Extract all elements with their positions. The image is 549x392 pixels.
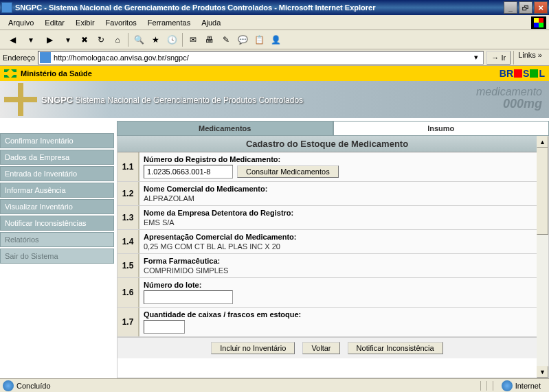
- row-num: 1.1: [117, 152, 139, 181]
- history-button[interactable]: 🕓: [164, 32, 179, 47]
- stop-button[interactable]: ✖: [77, 32, 92, 47]
- address-input[interactable]: [54, 54, 471, 62]
- search-button[interactable]: 🔍: [131, 32, 146, 47]
- main-area: Confirmar Inventário Dados da Empresa En…: [0, 118, 549, 378]
- row-num: 1.7: [117, 308, 139, 336]
- notificar-button[interactable]: Notificar Inconsistência: [348, 342, 443, 354]
- window-title: SNGPC - Sistema Nacional de Gerenciament…: [15, 3, 504, 12]
- menu-ajuda[interactable]: Ajuda: [196, 17, 226, 28]
- favorites-button[interactable]: ★: [148, 32, 163, 47]
- consultar-button[interactable]: Consultar Medicamentos: [237, 165, 339, 178]
- back-dropdown[interactable]: ▾: [23, 32, 38, 47]
- sidebar-item-dados[interactable]: Dados da Empresa: [0, 150, 114, 165]
- form-actions: Incluir no Inventário Voltar Notificar I…: [117, 337, 537, 358]
- address-label: Endereço: [3, 54, 35, 62]
- menu-arquivo[interactable]: Arquivo: [3, 17, 39, 28]
- research-button[interactable]: 📋: [251, 32, 267, 47]
- row-label: Nome Comercial do Medicamento:: [144, 185, 533, 193]
- statusbar: Concluído Internet: [0, 378, 549, 392]
- done-icon: [3, 380, 14, 391]
- voltar-button[interactable]: Voltar: [302, 342, 339, 354]
- ministry-text: Ministério da Saúde: [21, 69, 92, 78]
- row-num: 1.4: [117, 230, 139, 253]
- address-dropdown[interactable]: ▾: [471, 53, 482, 62]
- row-label: Forma Farmacêutica:: [144, 257, 533, 265]
- menu-ferramentas[interactable]: Ferramentas: [142, 17, 196, 28]
- scroll-up-button[interactable]: ▲: [537, 136, 548, 148]
- tab-insumo[interactable]: Insumo: [333, 121, 550, 136]
- sidebar-item-ausencia[interactable]: Informar Ausência: [0, 183, 114, 198]
- row-label: Número do lote:: [144, 281, 533, 289]
- window-titlebar: SNGPC - Sistema Nacional de Gerenciament…: [0, 0, 549, 15]
- refresh-button[interactable]: ↻: [93, 32, 109, 47]
- scroll-down-button[interactable]: ▼: [537, 366, 548, 378]
- row-label: Nome da Empresa Detentora do Registro:: [144, 209, 533, 217]
- row-value: COMPRIMIDO SIMPLES: [144, 266, 533, 275]
- row-label: Quantidade de caixas / frascos em estoqu…: [144, 310, 533, 319]
- row-num: 1.3: [117, 206, 139, 229]
- ie-throbber-icon: [531, 16, 546, 29]
- zone-indicator: Internet: [496, 380, 546, 391]
- scroll-thumb[interactable]: [537, 148, 548, 235]
- brazil-flag-icon: [4, 69, 16, 78]
- form-row-1-4: 1.4 Apresentação Comercial do Medicament…: [117, 230, 537, 254]
- sidebar: Confirmar Inventário Dados da Empresa En…: [0, 118, 117, 378]
- sngpc-logo-icon: [4, 83, 37, 116]
- form-row-1-2: 1.2 Nome Comercial do Medicamento: ALPRA…: [117, 182, 537, 206]
- menu-favoritos[interactable]: Favoritos: [100, 17, 142, 28]
- form-panel: Cadastro do Estoque de Medicamento 1.1 N…: [117, 136, 537, 378]
- links-button[interactable]: Links »: [513, 51, 546, 65]
- addressbar: Endereço ▾ → Ir Links »: [0, 49, 549, 66]
- restore-button[interactable]: 🗗: [519, 1, 533, 14]
- favicon-icon: [40, 52, 51, 63]
- row-value: EMS S/A: [144, 218, 533, 227]
- row-num: 1.2: [117, 182, 139, 205]
- home-button[interactable]: ⌂: [110, 32, 125, 47]
- vertical-scrollbar[interactable]: ▲ ▼: [537, 136, 548, 378]
- banner-bg-text: medicamento 000mg: [476, 87, 542, 110]
- messenger-button[interactable]: 👤: [268, 32, 283, 47]
- row-label: Número do Registro do Medicamento:: [144, 155, 533, 163]
- menubar: Arquivo Editar Exibir Favoritos Ferramen…: [0, 15, 549, 30]
- form-row-1-5: 1.5 Forma Farmacêutica: COMPRIMIDO SIMPL…: [117, 254, 537, 278]
- close-button[interactable]: ✕: [534, 1, 548, 14]
- sidebar-item-relatorios[interactable]: Relatórios: [0, 232, 114, 247]
- sidebar-item-sair[interactable]: Sair do Sistema: [0, 249, 114, 264]
- edit-button[interactable]: ✎: [219, 32, 234, 47]
- discuss-button[interactable]: 💬: [235, 32, 250, 47]
- lote-input[interactable]: [144, 290, 233, 304]
- form-row-1-6: 1.6 Número do lote:: [117, 278, 537, 308]
- status-text: Concluído: [16, 382, 478, 390]
- menu-editar[interactable]: Editar: [39, 17, 70, 28]
- internet-zone-icon: [502, 380, 513, 391]
- back-button[interactable]: ◀: [3, 32, 22, 47]
- banner-text: SNGPC Sistema Nacional de Gerenciamento …: [41, 95, 303, 105]
- address-input-wrap[interactable]: ▾: [38, 51, 484, 65]
- mail-button[interactable]: ✉: [186, 32, 201, 47]
- form-row-1-3: 1.3 Nome da Empresa Detentora do Registr…: [117, 206, 537, 230]
- registro-input[interactable]: [144, 165, 233, 178]
- menu-exibir[interactable]: Exibir: [70, 17, 100, 28]
- print-button[interactable]: 🖶: [202, 32, 217, 47]
- app-icon: [1, 2, 12, 13]
- row-value: ALPRAZOLAM: [144, 194, 533, 203]
- form-title: Cadastro do Estoque de Medicamento: [117, 136, 537, 152]
- minimize-button[interactable]: _: [504, 1, 517, 14]
- sidebar-item-entrada[interactable]: Entrada de Inventário: [0, 166, 114, 181]
- row-num: 1.6: [117, 278, 139, 307]
- tab-medicamentos[interactable]: Medicamentos: [117, 121, 333, 136]
- sngpc-banner: SNGPC Sistema Nacional de Gerenciamento …: [0, 81, 549, 118]
- sidebar-item-confirmar[interactable]: Confirmar Inventário: [0, 133, 114, 148]
- ministry-band: Ministério da Saúde BR S L: [0, 66, 549, 81]
- incluir-button[interactable]: Incluir no Inventário: [211, 342, 295, 354]
- form-row-1-7: 1.7 Quantidade de caixas / frascos em es…: [117, 308, 537, 337]
- brasil-logo: BR S L: [500, 68, 545, 79]
- sidebar-item-visualizar[interactable]: Visualizar Inventário: [0, 199, 114, 214]
- quantidade-input[interactable]: [144, 320, 185, 334]
- toolbar: ◀ ▾ ▶ ▾ ✖ ↻ ⌂ 🔍 ★ 🕓 ✉ 🖶 ✎ 💬 📋 👤: [0, 30, 549, 49]
- go-button[interactable]: → Ir: [486, 51, 511, 65]
- forward-button[interactable]: ▶: [40, 32, 59, 47]
- content: Medicamentos Insumo Cadastro do Estoque …: [117, 118, 549, 378]
- forward-dropdown[interactable]: ▾: [60, 32, 76, 47]
- sidebar-item-notificar[interactable]: Notificar Inconsistências: [0, 216, 114, 231]
